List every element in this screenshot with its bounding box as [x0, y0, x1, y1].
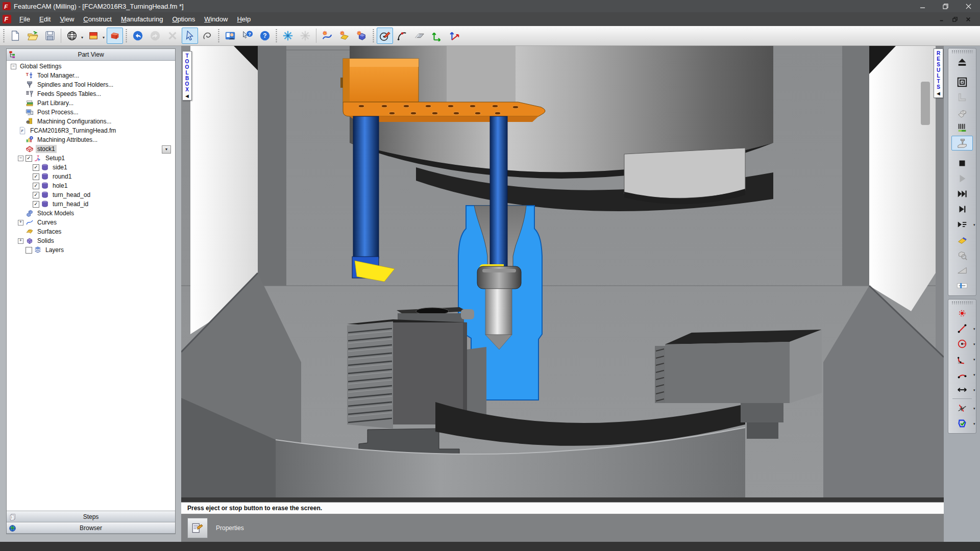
setup-axes-button[interactable]: [446, 28, 462, 44]
redo-button[interactable]: [147, 28, 163, 44]
dropdown-caret-icon[interactable]: ▾: [973, 358, 975, 362]
new-surface-button[interactable]: [336, 28, 353, 44]
close-button[interactable]: [957, 0, 980, 12]
fast-forward-button[interactable]: [951, 186, 973, 201]
toolbar-grip[interactable]: [275, 28, 278, 43]
select-cursor-button[interactable]: [182, 28, 198, 44]
feature-wizard-button[interactable]: [297, 28, 313, 44]
simulation-details-button[interactable]: [951, 247, 973, 262]
single-step-button[interactable]: [951, 202, 973, 216]
collapse-icon[interactable]: −: [18, 156, 23, 161]
checkbox-side1[interactable]: ✓: [33, 164, 39, 171]
tree-item-part-library[interactable]: Part Library...: [7, 98, 175, 108]
toolbox-tab[interactable]: TOOLBOX◀: [182, 51, 192, 101]
dropdown-caret-icon[interactable]: ▾: [973, 373, 975, 377]
machine-simulation-button[interactable]: [951, 136, 973, 151]
tree-label-feeds-speeds-tables[interactable]: Feeds Speeds Tables...: [36, 90, 103, 98]
arc-points-button[interactable]: [394, 28, 410, 44]
assistant-button[interactable]: [222, 28, 238, 44]
help-button[interactable]: ?: [257, 28, 273, 44]
tree-label-global-settings[interactable]: Global Settings: [18, 62, 63, 70]
stop-button[interactable]: [951, 156, 973, 170]
menu-window[interactable]: Window: [200, 13, 232, 25]
steps-tab[interactable]: 1 Steps: [7, 511, 175, 522]
new-document-button[interactable]: [7, 28, 23, 44]
2d-simulation-button[interactable]: [951, 90, 973, 105]
tree-label-tool-manager[interactable]: Tool Manager...: [36, 71, 81, 80]
rapidcut-simulation-button[interactable]: [951, 120, 973, 135]
eject-button[interactable]: [951, 55, 973, 69]
3d-simulation-button[interactable]: [951, 105, 973, 120]
toolbar-grip[interactable]: [372, 28, 375, 43]
tree-item-feeds-speeds-tables[interactable]: Feeds Speeds Tables...: [7, 89, 175, 98]
shading-mode-button[interactable]: ▾: [85, 28, 102, 44]
open-file-button[interactable]: [24, 28, 41, 44]
tree-label-layers[interactable]: Layers: [44, 246, 65, 254]
tree-item-post-process[interactable]: Post Process...: [7, 108, 175, 117]
tree-label-part-library[interactable]: Part Library...: [36, 99, 75, 107]
circle-button[interactable]: ▾: [951, 336, 973, 351]
part-view-header[interactable]: Part View: [7, 49, 175, 61]
tree-item-machining-configurations[interactable]: Machining Configurations...: [7, 117, 175, 126]
results-tab[interactable]: RESULTS◀: [934, 48, 943, 98]
tree-item-round1[interactable]: ✓round1: [7, 172, 175, 181]
dropdown-caret-icon[interactable]: ▾: [973, 223, 975, 227]
tree-label-document[interactable]: FCAM2016R3_TurningHead.fm: [29, 127, 117, 135]
tree-item-hole1[interactable]: ✓hole1: [7, 181, 175, 190]
tree-label-machining-attributes[interactable]: Machining Attributes...: [36, 136, 99, 144]
properties-button[interactable]: [187, 518, 208, 538]
tree-label-stock-models[interactable]: Stock Models: [36, 209, 76, 217]
collapse-arrow-icon[interactable]: ◀: [185, 93, 188, 99]
tree-label-curves[interactable]: Curves: [36, 218, 58, 227]
undo-button[interactable]: [130, 28, 146, 44]
tree-label-post-process[interactable]: Post Process...: [36, 108, 80, 116]
expand-icon[interactable]: +: [18, 220, 23, 226]
mdi-restore-button[interactable]: [948, 15, 962, 24]
tree-label-round1[interactable]: round1: [51, 172, 73, 181]
tree-label-surfaces[interactable]: Surfaces: [36, 228, 63, 236]
toolbar-grip[interactable]: [217, 28, 220, 43]
tree-item-surfaces[interactable]: Surfaces: [7, 227, 175, 236]
snap-modes-button[interactable]: ▾: [951, 400, 973, 415]
stock-axes-button[interactable]: [429, 28, 445, 44]
expand-icon[interactable]: +: [18, 238, 23, 244]
stock-dropdown-button[interactable]: ▼: [162, 145, 171, 154]
checkbox-setup1[interactable]: ✓: [26, 155, 32, 162]
view-options-button[interactable]: ▾: [64, 28, 80, 44]
new-feature-button[interactable]: [280, 28, 296, 44]
new-curve-button[interactable]: [319, 28, 335, 44]
tree-label-machining-configurations[interactable]: Machining Configurations...: [36, 117, 113, 126]
dropdown-caret-icon[interactable]: ▾: [103, 35, 105, 40]
tree-item-document[interactable]: FFCAM2016R3_TurningHead.fm: [7, 126, 175, 135]
tree-label-hole1[interactable]: hole1: [51, 182, 69, 190]
rotate-view-button[interactable]: [199, 28, 215, 44]
toolbar-grip[interactable]: [125, 28, 128, 43]
tree-item-layers[interactable]: Layers: [7, 245, 175, 255]
point-button[interactable]: [951, 306, 973, 320]
browser-tab[interactable]: Browser: [7, 522, 175, 534]
centerline-simulation-button[interactable]: [951, 74, 973, 89]
delete-button[interactable]: [164, 28, 181, 44]
checkbox-turn-head-od[interactable]: ✓: [33, 192, 39, 198]
plane-button[interactable]: [411, 28, 428, 44]
eraser-button[interactable]: [951, 232, 973, 247]
fillet-button[interactable]: ▾: [951, 352, 973, 366]
dropdown-caret-icon[interactable]: ▾: [973, 422, 975, 426]
tree-item-turn-head-id[interactable]: ✓turn_head_id: [7, 199, 175, 209]
checkbox-turn-head-id[interactable]: ✓: [33, 201, 39, 208]
menu-construct[interactable]: Construct: [79, 13, 116, 25]
menu-view[interactable]: View: [55, 13, 79, 25]
tree-item-global-settings[interactable]: −Global Settings: [7, 62, 175, 71]
checkbox-round1[interactable]: ✓: [33, 173, 39, 180]
tree-label-side1[interactable]: side1: [51, 163, 69, 171]
menu-manufacturing[interactable]: Manufacturing: [116, 13, 167, 25]
menu-options[interactable]: Options: [167, 13, 200, 25]
toolbar-grip[interactable]: [951, 50, 973, 53]
dropdown-caret-icon[interactable]: ▾: [973, 342, 975, 346]
mdi-close-button[interactable]: [962, 15, 975, 24]
tree-item-machining-attributes[interactable]: Machining Attributes...: [7, 135, 175, 144]
tree-label-stock1[interactable]: stock1: [36, 145, 57, 153]
tree-item-stock-models[interactable]: Stock Models: [7, 209, 175, 218]
tree-item-turn-head-od[interactable]: ✓turn_head_od: [7, 190, 175, 199]
context-help-button[interactable]: ?: [239, 28, 256, 44]
